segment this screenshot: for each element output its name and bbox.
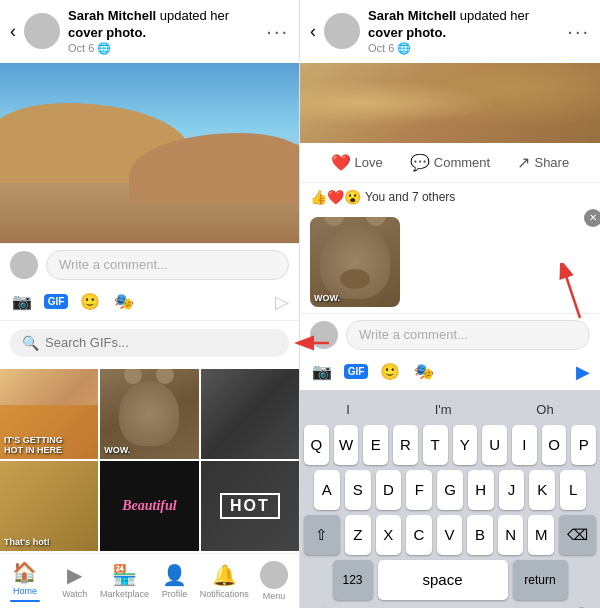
nav-watch[interactable]: ▶ Watch	[50, 563, 100, 599]
nav-menu[interactable]: Menu	[249, 561, 299, 601]
post-header-left: ‹ Sarah Mitchell updated her cover photo…	[0, 0, 299, 63]
share-icon: ↗	[517, 153, 530, 172]
key-B[interactable]: B	[467, 515, 493, 555]
key-row-4: 123 space return	[304, 560, 596, 600]
close-icon: ✕	[589, 212, 597, 223]
keyboard: I I'm Oh Q W E R T Y U I O P A S D	[300, 390, 600, 608]
emoji-row: 🙂 🎤	[304, 600, 596, 608]
watch-label: Watch	[62, 589, 87, 599]
post-header-right: ‹ Sarah Mitchell updated her cover photo…	[300, 0, 600, 63]
sticker-icon-left[interactable]: 🎭	[112, 290, 136, 314]
suggestion-1[interactable]: I'm	[427, 400, 460, 419]
gif-button-right[interactable]: GIF	[344, 360, 368, 384]
post-date-left: Oct 6	[68, 42, 94, 54]
gif-search-input[interactable]	[45, 335, 277, 350]
nav-marketplace[interactable]: 🏪 Marketplace	[100, 563, 150, 599]
gif-popup: WOW.	[310, 217, 400, 307]
suggestion-0[interactable]: I	[338, 400, 358, 419]
key-P[interactable]: P	[571, 425, 596, 465]
emoji-icon-left[interactable]: 🙂	[78, 290, 102, 314]
gif-label-4: That's hot!	[4, 537, 50, 547]
key-O[interactable]: O	[542, 425, 567, 465]
send-button-left[interactable]: ▷	[275, 291, 289, 313]
key-U[interactable]: U	[482, 425, 507, 465]
key-Z[interactable]: Z	[345, 515, 371, 555]
gif-search-section: 🔍	[0, 320, 299, 365]
more-button-right[interactable]: ···	[567, 20, 590, 43]
key-shift[interactable]: ⇧	[304, 515, 340, 555]
back-button-left[interactable]: ‹	[10, 21, 16, 42]
key-M[interactable]: M	[528, 515, 554, 555]
key-X[interactable]: X	[376, 515, 402, 555]
key-W[interactable]: W	[334, 425, 359, 465]
key-backspace[interactable]: ⌫	[559, 515, 596, 555]
gif-item-5[interactable]: Beautiful	[100, 461, 198, 551]
gif-close-button[interactable]: ✕	[584, 209, 600, 227]
emoji-icon-right[interactable]: 🙂	[378, 360, 402, 384]
key-J[interactable]: J	[499, 470, 525, 510]
marketplace-label: Marketplace	[100, 589, 149, 599]
gif-item-3[interactable]	[201, 369, 299, 459]
sub-action-right: cover photo.	[368, 25, 446, 40]
key-return[interactable]: return	[513, 560, 568, 600]
suggestion-2[interactable]: Oh	[528, 400, 561, 419]
camera-icon[interactable]: 📷	[10, 290, 34, 314]
send-button-right[interactable]: ▶	[576, 361, 590, 383]
key-N[interactable]: N	[498, 515, 524, 555]
comment-input-left[interactable]: Write a comment...	[46, 250, 289, 280]
gif-button-left[interactable]: GIF	[44, 290, 68, 314]
key-L[interactable]: L	[560, 470, 586, 510]
key-E[interactable]: E	[363, 425, 388, 465]
user-name-left: Sarah Mitchell	[68, 8, 156, 23]
comment-icon: 💬	[410, 153, 430, 172]
key-D[interactable]: D	[376, 470, 402, 510]
key-R[interactable]: R	[393, 425, 418, 465]
red-arrow-left	[294, 333, 334, 353]
left-panel: ‹ Sarah Mitchell updated her cover photo…	[0, 0, 300, 608]
key-G[interactable]: G	[437, 470, 463, 510]
right-panel: ‹ Sarah Mitchell updated her cover photo…	[300, 0, 600, 608]
post-name-left: Sarah Mitchell updated her cover photo.	[68, 8, 258, 42]
cover-photo-right	[300, 63, 600, 143]
key-T[interactable]: T	[423, 425, 448, 465]
back-button-right[interactable]: ‹	[310, 21, 316, 42]
user-name-right: Sarah Mitchell	[368, 8, 456, 23]
sticker-icon-right[interactable]: 🎭	[412, 360, 436, 384]
key-A[interactable]: A	[314, 470, 340, 510]
comment-placeholder-left: Write a comment...	[59, 257, 168, 272]
comment-input-right[interactable]: Write a comment...	[346, 320, 590, 350]
camera-icon-right[interactable]: 📷	[310, 360, 334, 384]
share-button[interactable]: ↗ Share	[497, 149, 590, 176]
love-button[interactable]: ❤️ Love	[310, 149, 403, 176]
gif-item-1[interactable]: IT'S GETTINGHOT IN HERE	[0, 369, 98, 459]
gif-item-6[interactable]: HOT	[201, 461, 299, 551]
gif-item-2[interactable]: WOW.	[100, 369, 198, 459]
key-F[interactable]: F	[406, 470, 432, 510]
key-K[interactable]: K	[529, 470, 555, 510]
gif-popup-label: WOW.	[314, 293, 340, 303]
commenter-avatar-left	[10, 251, 38, 279]
avatar-right	[324, 13, 360, 49]
post-meta-right: Oct 6 🌐	[368, 42, 559, 55]
globe-icon-right: 🌐	[397, 42, 411, 55]
sand-texture	[300, 63, 600, 143]
key-C[interactable]: C	[406, 515, 432, 555]
cover-photo-left	[0, 63, 299, 243]
bottom-nav: 🏠 Home ▶ Watch 🏪 Marketplace 👤 Profile 🔔…	[0, 553, 299, 608]
more-button-left[interactable]: ···	[266, 20, 289, 43]
key-space[interactable]: space	[378, 560, 508, 600]
key-V[interactable]: V	[437, 515, 463, 555]
key-Q[interactable]: Q	[304, 425, 329, 465]
key-H[interactable]: H	[468, 470, 494, 510]
nav-notifications[interactable]: 🔔 Notifications	[199, 563, 249, 599]
key-S[interactable]: S	[345, 470, 371, 510]
nav-profile[interactable]: 👤 Profile	[149, 563, 199, 599]
key-I[interactable]: I	[512, 425, 537, 465]
marketplace-icon: 🏪	[112, 563, 137, 587]
comment-button[interactable]: 💬 Comment	[403, 149, 496, 176]
gif-item-4[interactable]: That's hot!	[0, 461, 98, 551]
key-numbers[interactable]: 123	[333, 560, 373, 600]
nav-home[interactable]: 🏠 Home	[0, 560, 50, 602]
key-rows: Q W E R T Y U I O P A S D F G H J K	[304, 425, 596, 600]
key-Y[interactable]: Y	[453, 425, 478, 465]
